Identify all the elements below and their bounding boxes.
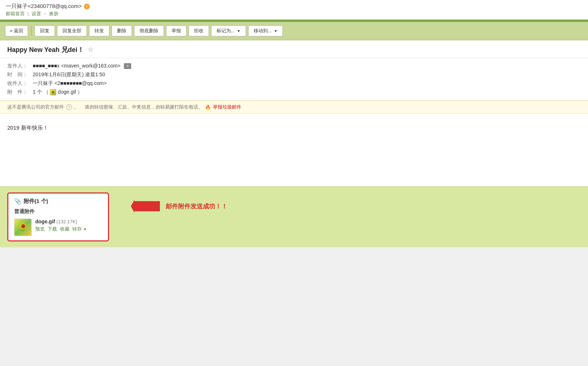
header: 一只袜子<23400778@qq.com> ! 邮箱首页 | 设置 – 换肤 (0, 0, 588, 20)
attachment-info: doge.gif (132.17K) 预览 下载 收藏 转存 ▼ (35, 219, 102, 232)
nav-skin-link[interactable]: 换肤 (49, 11, 59, 16)
save-dropdown-arrow: ▼ (83, 227, 87, 231)
reply-all-button[interactable]: 回复全部 (57, 25, 87, 36)
attachment-item: 🌻 doge.gif (132.17K) 预览 下载 收藏 转存 ▼ (14, 219, 102, 236)
to-email: <2■■■■■■■@qq.com> (55, 80, 106, 86)
attach-paren-open: （ (44, 89, 49, 95)
attachment-actions: 预览 下载 收藏 转存 ▼ (35, 226, 102, 232)
email-body: 2019 新年快乐！ (0, 114, 588, 186)
svg-marker-0 (131, 200, 160, 213)
attachment-filename-display: doge.gif (132.17K) (35, 219, 102, 224)
sender-card-icon[interactable]: ≡ (124, 63, 131, 69)
to-value: 一只袜子 <2■■■■■■■@qq.com> (33, 79, 131, 88)
subject-text: Happy New Yeah 兄dei！ (7, 45, 84, 54)
report-spam-link[interactable]: 举报垃圾邮件 (213, 104, 241, 110)
warning-help-icon[interactable]: ? (66, 104, 72, 110)
attach-count: 1 个 (33, 89, 42, 95)
reply-button[interactable]: 回复 (35, 25, 55, 36)
paperclip-icon: 📎 (14, 198, 21, 205)
move-to-button[interactable]: 移动到... ▼ (248, 25, 283, 36)
save-link[interactable]: 转存 ▼ (72, 226, 87, 232)
from-name: ■■■■_■■■x (33, 63, 60, 69)
to-name: 一只袜子 (33, 80, 53, 86)
warning-icon: ! (84, 4, 90, 9)
attachment-size: (132.17K) (56, 219, 77, 224)
preview-link[interactable]: 预览 (35, 226, 45, 232)
move-to-dropdown-arrow: ▼ (274, 29, 277, 33)
success-message: 邮件附件发送成功！！ (166, 202, 227, 211)
email-meta: 发件人： ■■■■_■■■x <maven_work@163.com> ≡ 时 … (0, 58, 588, 101)
warning-bar: 这不是腾讯公司的官方邮件 ? 。 请勿轻信密保、汇款、中奖信息，勿轻易拨打陌生电… (0, 101, 588, 114)
time-label: 时 间： (7, 70, 33, 79)
attach-label: 附 件： (7, 88, 33, 97)
collect-link[interactable]: 收藏 (60, 226, 69, 232)
attachment-thumbnail: 🌻 (14, 219, 32, 236)
username-text: 一只袜子<23400778@qq.com> (6, 3, 82, 10)
toolbar: « 返回 回复 回复全部 转发 删除 彻底删除 举报 拒收 标记为... ▼ 移… (0, 22, 588, 40)
download-link[interactable]: 下载 (48, 226, 57, 232)
nav-dash: – (44, 11, 48, 16)
attach-value: 1 个 （ 🌻 doge.gif ） (33, 88, 131, 97)
report-button[interactable]: 举报 (166, 25, 186, 36)
to-label: 收件人： (7, 79, 33, 88)
attach-thumb-small: 🌻 (50, 89, 56, 95)
forward-button[interactable]: 转发 (89, 25, 109, 36)
back-button[interactable]: « 返回 (5, 25, 28, 36)
time-value: 2019年1月6日(星期天) 凌晨1:50 (33, 70, 131, 79)
left-arrow-icon (131, 200, 160, 213)
attach-paren-close: ） (77, 89, 82, 95)
warning-text: 这不是腾讯公司的官方邮件 ? 。 请勿轻信密保、汇款、中奖信息，勿轻易拨打陌生电… (7, 104, 203, 110)
nav-home-link[interactable]: 邮箱首页 (6, 11, 25, 16)
from-label: 发件人： (7, 62, 33, 70)
from-value: ■■■■_■■■x <maven_work@163.com> ≡ (33, 62, 131, 70)
attach-filename-meta: doge.gif (58, 89, 76, 95)
mark-as-button[interactable]: 标记为... ▼ (211, 25, 246, 36)
star-icon[interactable]: ☆ (88, 46, 93, 54)
nav-separator: | (28, 11, 30, 16)
from-email: <maven_work@163.com> (61, 63, 121, 69)
attachment-title: 📎 附件(1 个) (14, 198, 102, 205)
attachment-box: 📎 附件(1 个) 普通附件 🌻 doge.gif (132.17K) 预览 下… (7, 192, 109, 241)
header-user: 一只袜子<23400778@qq.com> ! (6, 3, 582, 10)
delete-permanent-button[interactable]: 彻底删除 (134, 25, 164, 36)
mark-as-dropdown-arrow: ▼ (237, 29, 241, 33)
attachment-category: 普通附件 (14, 208, 102, 215)
nav-settings-link[interactable]: 设置 (32, 11, 41, 16)
toolbar-separator (31, 26, 32, 36)
header-nav: 邮箱首页 | 设置 – 换肤 (6, 11, 582, 17)
email-subject: Happy New Yeah 兄dei！ ☆ (0, 40, 588, 58)
fire-icon: 🔥 (205, 105, 211, 110)
reject-button[interactable]: 拒收 (189, 25, 209, 36)
attachment-arrow-area: 邮件附件发送成功！！ (131, 200, 227, 213)
delete-button[interactable]: 删除 (112, 25, 132, 36)
email-wrapper: Happy New Yeah 兄dei！ ☆ 发件人： ■■■■_■■■x <m… (0, 40, 588, 186)
email-body-text: 2019 新年快乐！ (7, 125, 581, 131)
attachment-section: 📎 附件(1 个) 普通附件 🌻 doge.gif (132.17K) 预览 下… (0, 186, 588, 247)
